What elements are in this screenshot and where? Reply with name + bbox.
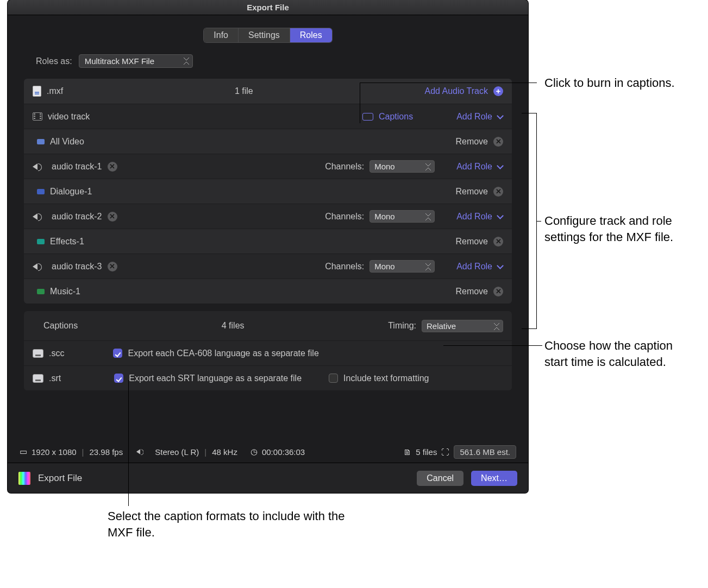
captions-button[interactable]: Captions: [379, 112, 413, 122]
disk-icon: ⛶: [441, 447, 449, 457]
timing-label: Timing:: [388, 321, 416, 331]
scc-ext-label: .scc: [49, 349, 64, 358]
add-role-button[interactable]: Add Role: [456, 162, 492, 172]
captions-heading: Captions: [43, 321, 78, 331]
add-audio-track-button[interactable]: Add Audio Track: [424, 86, 488, 96]
remove-track-icon[interactable]: ✕: [108, 212, 117, 222]
callout-configure-tracks: Configure track and role settings for th…: [544, 213, 697, 245]
scc-export-checkbox[interactable]: [113, 349, 122, 358]
footer-title: Export File: [38, 473, 82, 484]
status-bar: ▭ 1920 x 1080 | 23.98 fps Stereo (L R) |…: [8, 441, 528, 463]
srt-ext-label: .srt: [49, 374, 61, 383]
roles-as-select[interactable]: Multitrack MXF File: [79, 54, 193, 68]
channels-label: Channels:: [325, 212, 364, 222]
tab-roles[interactable]: Roles: [290, 28, 332, 42]
chevron-down-icon[interactable]: [498, 165, 503, 170]
channels-select[interactable]: Mono: [369, 210, 435, 223]
add-role-button[interactable]: Add Role: [456, 262, 492, 271]
channels-label: Channels:: [325, 162, 364, 172]
export-file-window: Export File Info Settings Roles Roles as…: [8, 0, 528, 493]
remove-track-icon[interactable]: ✕: [108, 162, 117, 172]
mxf-ext-label: .mxf: [47, 86, 63, 96]
captions-panel: Captions 4 files Timing: Relative .scc E…: [24, 311, 512, 390]
include-formatting-label: Include text formatting: [343, 374, 429, 383]
callout-bracket: [522, 113, 537, 329]
speaker-icon: [33, 263, 37, 270]
footer: Export File Cancel Next…: [8, 463, 528, 493]
export-file-icon: [18, 472, 30, 485]
remove-label: Remove: [455, 137, 488, 147]
fps-label: 23.98 fps: [89, 447, 123, 457]
remove-label: Remove: [455, 287, 488, 296]
srt-checkbox-label: Export each SRT language as a separate f…: [129, 374, 302, 383]
remove-icon[interactable]: ✕: [493, 237, 503, 246]
music-label: Music-1: [50, 287, 80, 296]
plus-icon[interactable]: +: [493, 86, 503, 96]
channels-select[interactable]: Mono: [369, 260, 435, 273]
speaker-icon: [33, 163, 37, 170]
srt-export-checkbox[interactable]: [114, 374, 123, 383]
role-color-icon: [37, 239, 45, 244]
effects-label: Effects-1: [50, 237, 84, 246]
callout-line: [360, 83, 360, 123]
add-role-button[interactable]: Add Role: [456, 112, 492, 122]
audio-track-3-label: audio track-3: [52, 262, 102, 271]
caption-file-icon: [33, 349, 43, 358]
role-color-icon: [37, 289, 45, 294]
mxf-panel: .mxf 1 file Add Audio Track + video trac…: [24, 79, 512, 304]
mxf-file-count: 1 file: [235, 86, 253, 96]
callout-burn-captions: Click to burn in captions.: [544, 75, 686, 91]
add-role-button[interactable]: Add Role: [456, 212, 492, 222]
audio-label: Stereo (L R): [155, 447, 199, 457]
remove-track-icon[interactable]: ✕: [108, 262, 117, 271]
callout-line: [537, 221, 541, 222]
remove-label: Remove: [455, 237, 488, 246]
size-label: 561.6 MB est.: [454, 445, 516, 459]
mxf-file-icon: [33, 86, 41, 97]
audio-track-1-label: audio track-1: [52, 162, 102, 172]
remove-label: Remove: [455, 187, 488, 197]
dialogue-label: Dialogue-1: [50, 187, 92, 197]
speaker-icon: [136, 449, 140, 454]
captions-icon[interactable]: [362, 113, 373, 121]
caption-file-icon: [33, 374, 43, 383]
files-icon: 🗎: [403, 447, 411, 457]
callout-line: [128, 380, 129, 506]
roles-as-label: Roles as:: [36, 56, 72, 66]
chevron-down-icon[interactable]: [498, 264, 503, 270]
tab-bar: Info Settings Roles: [8, 28, 528, 42]
speaker-icon: [33, 213, 37, 220]
cancel-button[interactable]: Cancel: [417, 471, 463, 486]
timing-select[interactable]: Relative: [422, 320, 503, 332]
callout-line: [360, 83, 537, 83]
video-track-label: video track: [48, 112, 90, 122]
resolution-label: 1920 x 1080: [32, 447, 77, 457]
files-label: 5 files: [416, 447, 437, 457]
include-formatting-checkbox[interactable]: [329, 374, 338, 383]
channels-label: Channels:: [325, 262, 364, 271]
channels-select[interactable]: Mono: [369, 160, 435, 173]
captions-count: 4 files: [222, 321, 245, 331]
role-color-icon: [37, 189, 45, 194]
resolution-icon: ▭: [20, 447, 27, 457]
remove-icon[interactable]: ✕: [493, 287, 503, 296]
chevron-down-icon[interactable]: [498, 214, 503, 220]
remove-icon[interactable]: ✕: [493, 187, 503, 197]
callout-timing: Choose how the caption start time is cal…: [544, 338, 697, 370]
scc-checkbox-label: Export each CEA-608 language as a separa…: [128, 349, 318, 358]
audio-track-2-label: audio track-2: [52, 212, 102, 222]
remove-icon[interactable]: ✕: [493, 137, 503, 147]
window-title: Export File: [8, 0, 528, 15]
hz-label: 48 kHz: [212, 447, 237, 457]
film-icon: [33, 112, 42, 121]
tab-settings[interactable]: Settings: [239, 28, 290, 42]
timecode-label: 00:00:36:03: [262, 447, 305, 457]
all-video-label: All Video: [50, 137, 84, 147]
callout-line: [443, 345, 542, 346]
role-color-icon: [37, 139, 45, 144]
next-button[interactable]: Next…: [471, 471, 517, 486]
chevron-down-icon[interactable]: [498, 115, 503, 120]
tab-info[interactable]: Info: [204, 28, 239, 42]
clock-icon: ◷: [250, 447, 258, 457]
callout-caption-formats: Select the caption formats to include wi…: [108, 508, 347, 540]
